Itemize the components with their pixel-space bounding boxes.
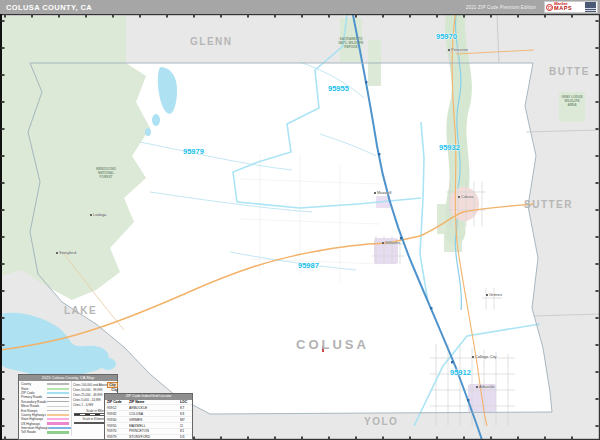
zip-cell: 95970 — [105, 429, 129, 433]
zip-label-95979: 95979 — [183, 147, 204, 156]
zip-label-95987: 95987 — [298, 261, 319, 270]
legend-row-label: ZIP Code — [21, 391, 34, 395]
town-dot — [476, 386, 478, 388]
town-colusa: Colusa — [458, 194, 473, 199]
legend-row-swatch — [47, 410, 69, 411]
zip-cell: K3 — [180, 412, 192, 416]
zip-cell: 95955 — [105, 424, 129, 428]
legend-row-label: County — [21, 382, 31, 386]
map-page: COLUSA COUNTY, CA 2021 ZIP Code Premium … — [0, 0, 600, 440]
town-dot — [448, 49, 450, 51]
town-princeton: Princeton — [448, 47, 468, 52]
zip-cell: 95912 — [105, 406, 129, 410]
town-label: Lodoga — [93, 212, 106, 217]
legend-row-swatch — [47, 406, 69, 407]
county-label-glenn: GLENN — [190, 36, 233, 47]
legend-line-column: County State ZIP Code Primary Roads Seco… — [19, 381, 71, 436]
legend-row-swatch — [47, 418, 69, 420]
city-row-label: Cities 100,000 and Above — [73, 383, 107, 387]
legend-row-swatch — [47, 383, 69, 385]
county-label-colusa: COLUSA — [296, 337, 369, 352]
town-label: Maxwell — [377, 190, 391, 195]
town-williams: Williams — [382, 240, 400, 245]
marketmaps-logo: Market MAPS — [544, 1, 598, 13]
legend-box: 2021 Colusa County, CA Map County State … — [18, 374, 118, 440]
globe-icon — [546, 4, 553, 11]
county-label-lake: LAKE — [64, 305, 97, 316]
zip-cell: GRIMES — [129, 418, 180, 422]
town-dot — [374, 192, 376, 194]
zip-table-row: 95979STONYFORDD3 — [105, 435, 192, 440]
header-bar: COLUSA COUNTY, CA 2021 ZIP Code Premium … — [0, 0, 600, 14]
legend-row-swatch — [47, 401, 69, 402]
zip-cell: PRINCETON — [129, 429, 180, 433]
town-lodoga: Lodoga — [90, 212, 106, 217]
town-dot — [382, 242, 384, 244]
zip-cell: K7 — [180, 406, 192, 410]
legend-row: Toll Roads — [21, 430, 69, 434]
city-row-label: Cities 1 - 4,999 — [73, 403, 93, 407]
county-label-yolo: YOLO — [364, 416, 398, 427]
zip-index-table: ZIP Code Index/Grid Locator ZIP Code ZIP… — [104, 393, 193, 440]
poi-mendocino-forest: MENDOCINO NATIONAL FOREST — [92, 168, 120, 180]
legend-row-label: Interstate Highways — [21, 426, 49, 430]
zip-cell: I2 — [180, 424, 192, 428]
city-icon: City — [111, 388, 118, 392]
poi-sacramento-nwr: SACRAMENTO NAT'L WILDLIFE REFUGE — [337, 38, 365, 50]
brand-bottom: MAPS — [554, 6, 584, 12]
zip-cell: 95950 — [105, 418, 129, 422]
legend-row-label: Minor Roads — [21, 404, 39, 408]
town-dot — [56, 252, 58, 254]
edition-label: 2021 ZIP Code Premium Edition — [466, 5, 536, 10]
town-dot — [486, 294, 488, 296]
zip-cell: K1 — [180, 429, 192, 433]
zip-cell: COLUSA — [129, 412, 180, 416]
town-college-city: College City — [472, 354, 497, 359]
city-row-label: Cities 25,000 - 49,999 — [73, 393, 102, 397]
zip-label-95970: 95970 — [436, 32, 457, 41]
legend-row-swatch — [47, 414, 69, 416]
zip-label-95955: 95955 — [328, 84, 349, 93]
legend-row-swatch — [47, 422, 69, 425]
county-label-sutter: SUTTER — [524, 199, 573, 210]
town-maxwell: Maxwell — [374, 190, 391, 195]
city-row-label: Cities 50,000 - 99,999 — [73, 388, 102, 392]
legend-row-swatch — [47, 397, 69, 398]
legend-city-row: Cities 100,000 and AboveCity — [73, 382, 118, 387]
county-label-butte: BUTTE — [549, 66, 590, 77]
legend-row-swatch — [47, 388, 69, 390]
legend-row-label: State Highways — [21, 417, 43, 421]
town-dot — [472, 356, 474, 358]
town-arbuckle: Arbuckle — [476, 384, 495, 389]
town-dot — [458, 196, 460, 198]
legend-row-label: US Highways — [21, 422, 40, 426]
logo-fineprint-block — [585, 2, 596, 12]
zip-cell: 95932 — [105, 412, 129, 416]
legend-row-label: Primary Roads — [21, 395, 42, 399]
town-label: Colusa — [461, 194, 473, 199]
legend-row-label: State — [21, 387, 28, 391]
legend-row-label: Secondary Roads — [21, 400, 46, 404]
poi-gray-lodge: GRAY LODGE WILDLIFE AREA — [560, 96, 584, 108]
town-label: Williams — [385, 240, 400, 245]
legend-row-label: County Highways — [21, 413, 46, 417]
zip-cell: M7 — [180, 418, 192, 422]
town-stonyford: Stonyford — [56, 250, 76, 255]
legend-row-swatch — [49, 427, 71, 430]
zip-col-header: LOC — [180, 400, 192, 404]
brand-text: Market MAPS — [554, 2, 584, 12]
city-row-label: Cities 5,000 - 24,999 — [73, 398, 101, 402]
town-label: Stonyford — [59, 250, 76, 255]
zip-col-header: ZIP Code — [105, 400, 129, 404]
zip-cell: ARBUCKLE — [129, 406, 180, 410]
town-label: College City — [475, 354, 497, 359]
zip-col-header: ZIP Name — [129, 400, 180, 404]
zip-cell: STONYFORD — [129, 435, 180, 439]
zip-label-95932: 95932 — [439, 143, 460, 152]
legend-city-row: Cities 50,000 - 99,999City — [73, 387, 118, 392]
legend-row-label: Exit Ramps — [21, 409, 37, 413]
legend-body: County State ZIP Code Primary Roads Seco… — [19, 381, 117, 436]
legend-row-swatch — [47, 392, 69, 394]
page-title: COLUSA COUNTY, CA — [6, 3, 92, 12]
zip-label-95912: 95912 — [450, 368, 471, 377]
